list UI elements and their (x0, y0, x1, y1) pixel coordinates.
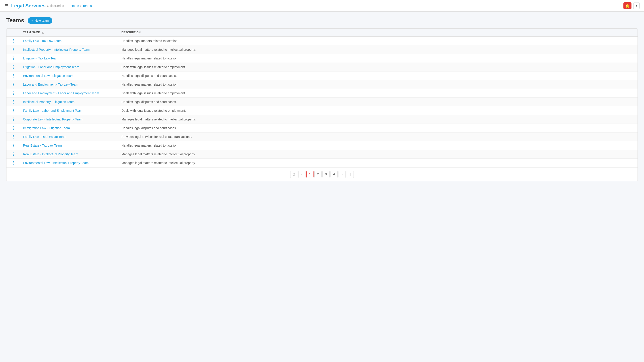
team-description: Manages legal matters related to intelle… (122, 48, 196, 51)
teams-table-container: TEAM NAME ⧗ DESCRIPTION Family Law - Tax… (6, 28, 638, 181)
row-actions-cell (6, 45, 20, 54)
header: ☰ Legal Services OfficeSeries Home » Tea… (0, 0, 644, 12)
row-menu-button[interactable] (10, 135, 17, 139)
team-name-link[interactable]: Family Law - Tax Law Team (23, 39, 62, 43)
row-actions-cell (6, 36, 20, 45)
team-description: Manages legal matters related to intelle… (122, 161, 196, 165)
row-menu-button[interactable] (10, 152, 17, 156)
table-row: Family Law - Labor and Employment Team D… (6, 106, 638, 115)
team-name-link[interactable]: Family Law - Real Estate Team (23, 135, 66, 139)
table-row: Environmental Law - Litigation Team Hand… (6, 71, 638, 80)
team-description: Deals with legal issues related to emplo… (122, 91, 186, 95)
pagination-last[interactable]: ›| (346, 171, 354, 178)
team-name-link[interactable]: Corporate Law - Intellectual Property Te… (23, 117, 82, 121)
table-row: Labor and Employment - Labor and Employm… (6, 89, 638, 97)
team-name-link[interactable]: Environmental Law - Intellectual Propert… (23, 161, 88, 165)
header-actions: 🔔 ▾ (624, 2, 640, 9)
team-description: Manages legal matters related to intelle… (122, 152, 196, 156)
notifications-button[interactable]: 🔔 (624, 2, 632, 9)
row-menu-button[interactable] (10, 39, 17, 43)
team-name-cell: Litigation - Labor and Employment Team (20, 62, 118, 71)
page-title: Teams (6, 17, 24, 24)
row-actions-cell (6, 80, 20, 89)
team-name-cell: Labor and Employment - Labor and Employm… (20, 89, 118, 97)
team-name-cell: Real Estate - Intellectual Property Team (20, 150, 118, 158)
pagination-page-4[interactable]: 4 (330, 171, 338, 178)
team-name-cell: Corporate Law - Intellectual Property Te… (20, 115, 118, 124)
header-dropdown-button[interactable]: ▾ (633, 2, 640, 9)
team-description: Handles legal matters related to taxatio… (122, 39, 178, 43)
team-name-cell: Immigration Law - Litigation Team (20, 124, 118, 132)
team-description-cell: Deals with legal issues related to emplo… (118, 89, 638, 97)
team-name-cell: Family Law - Labor and Employment Team (20, 106, 118, 115)
row-menu-button[interactable] (10, 100, 17, 104)
team-name-cell: Labor and Employment - Tax Law Team (20, 80, 118, 89)
row-menu-button[interactable] (10, 126, 17, 130)
team-description: Manages legal matters related to intelle… (122, 117, 196, 121)
team-name-cell: Environmental Law - Litigation Team (20, 71, 118, 80)
row-menu-button[interactable] (10, 56, 17, 60)
row-menu-button[interactable] (10, 117, 17, 121)
team-name-link[interactable]: Family Law - Labor and Employment Team (23, 109, 82, 112)
team-name-cell: Family Law - Real Estate Team (20, 132, 118, 141)
team-name-cell: Intellectual Property - Litigation Team (20, 97, 118, 106)
row-menu-button[interactable] (10, 83, 17, 86)
pagination-page-3[interactable]: 3 (322, 171, 330, 178)
filter-icon[interactable]: ⧗ (42, 31, 44, 34)
row-menu-button[interactable] (10, 91, 17, 95)
row-menu-button[interactable] (10, 161, 17, 165)
brand-title: Legal Services (11, 3, 46, 9)
team-description-cell: Handles legal matters related to taxatio… (118, 141, 638, 150)
team-name-link[interactable]: Intellectual Property - Litigation Team (23, 100, 74, 104)
hamburger-icon[interactable]: ☰ (4, 3, 8, 8)
team-name-link[interactable]: Immigration Law - Litigation Team (23, 126, 70, 130)
team-name-link[interactable]: Labor and Employment - Labor and Employm… (23, 91, 99, 95)
team-description-cell: Handles legal disputes and court cases. (118, 71, 638, 80)
row-menu-button[interactable] (10, 65, 17, 69)
row-actions-cell (6, 141, 20, 150)
team-name-cell: Environmental Law - Intellectual Propert… (20, 158, 118, 167)
row-actions-cell (6, 62, 20, 71)
team-description-cell: Deals with legal issues related to emplo… (118, 62, 638, 71)
team-name-link[interactable]: Real Estate - Intellectual Property Team (23, 152, 78, 156)
row-actions-cell (6, 132, 20, 141)
team-description-cell: Handles legal matters related to taxatio… (118, 36, 638, 45)
team-description: Handles legal matters related to taxatio… (122, 56, 178, 60)
bell-icon: 🔔 (625, 3, 630, 8)
row-actions-cell (6, 71, 20, 80)
pagination-prev[interactable]: ‹ (298, 171, 306, 178)
breadcrumb-home[interactable]: Home (71, 4, 79, 7)
breadcrumb: Home » Teams (71, 4, 92, 7)
pagination-page-1[interactable]: 1 (306, 171, 314, 178)
table-row: Corporate Law - Intellectual Property Te… (6, 115, 638, 124)
row-menu-button[interactable] (10, 144, 17, 147)
brand-subtitle: OfficeSeries (47, 4, 64, 7)
team-description-cell: Handles legal disputes and court cases. (118, 124, 638, 132)
team-name-cell: Intellectual Property - Intellectual Pro… (20, 45, 118, 54)
new-team-button[interactable]: + New team (28, 17, 52, 24)
col-header-actions (6, 28, 20, 36)
table-row: Real Estate - Tax Law Team Handles legal… (6, 141, 638, 150)
team-name-link[interactable]: Real Estate - Tax Law Team (23, 144, 62, 147)
team-name-link[interactable]: Litigation - Labor and Employment Team (23, 65, 79, 69)
table-row: Labor and Employment - Tax Law Team Hand… (6, 80, 638, 89)
table-row: Immigration Law - Litigation Team Handle… (6, 124, 638, 132)
table-row: Environmental Law - Intellectual Propert… (6, 158, 638, 167)
col-header-name: TEAM NAME ⧗ (20, 28, 118, 36)
team-name-link[interactable]: Litigation - Tax Law Team (23, 56, 58, 60)
pagination-page-2[interactable]: 2 (314, 171, 322, 178)
pagination-next[interactable]: › (338, 171, 346, 178)
teams-table: TEAM NAME ⧗ DESCRIPTION Family Law - Tax… (6, 28, 638, 167)
team-name-link[interactable]: Intellectual Property - Intellectual Pro… (23, 48, 90, 51)
team-description-cell: Provides legal services for real estate … (118, 132, 638, 141)
pagination-first[interactable]: ⟨⟨ (290, 171, 298, 178)
team-name-link[interactable]: Environmental Law - Litigation Team (23, 74, 73, 77)
row-menu-button[interactable] (10, 74, 17, 77)
row-menu-button[interactable] (10, 48, 17, 51)
team-description-cell: Handles legal matters related to taxatio… (118, 54, 638, 62)
col-header-description: DESCRIPTION (118, 28, 638, 36)
table-row: Litigation - Tax Law Team Handles legal … (6, 54, 638, 62)
row-menu-button[interactable] (10, 109, 17, 112)
team-description: Handles legal matters related to taxatio… (122, 144, 178, 147)
team-name-link[interactable]: Labor and Employment - Tax Law Team (23, 83, 78, 86)
